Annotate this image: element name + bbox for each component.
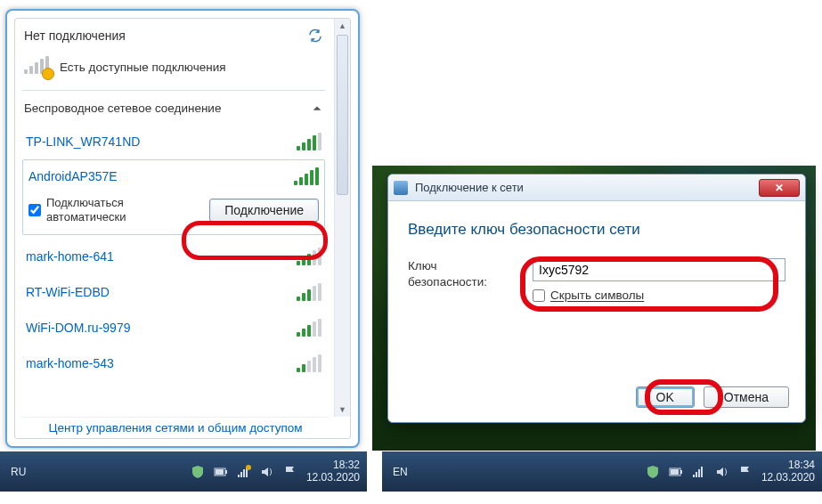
taskbar: RU 18:32 12.03.2020 [0, 451, 367, 492]
signal-strength-icon [297, 283, 321, 301]
signal-strength-icon [297, 354, 321, 372]
key-label: Ключ [408, 259, 437, 272]
network-item[interactable]: TP-LINK_WR741ND [22, 124, 325, 159]
network-tray-icon[interactable] [237, 465, 251, 479]
network-flyout-inner: Нет подключения Есть доступные подключен… [14, 18, 351, 439]
svg-rect-9 [680, 470, 682, 474]
signal-strength-icon [297, 248, 321, 265]
svg-rect-5 [243, 469, 245, 477]
svg-rect-2 [216, 469, 224, 475]
signal-warning-icon [24, 56, 51, 77]
scroll-down-icon[interactable]: ▼ [335, 402, 350, 417]
network-item[interactable]: mark-home-543 [22, 345, 325, 381]
scrollbar[interactable]: ▲ ▼ [334, 19, 350, 417]
svg-rect-11 [693, 475, 695, 477]
battery-icon[interactable] [669, 465, 683, 479]
network-name: TP-LINK_WR741ND [26, 134, 140, 149]
available-connections-text: Есть доступные подключения [60, 61, 226, 74]
network-name: WiFi-DOM.ru-9979 [26, 321, 130, 335]
auto-connect-label: автоматически [46, 210, 126, 224]
signal-strength-icon [297, 133, 321, 150]
auto-connect-checkbox[interactable] [28, 204, 41, 216]
network-flyout: Нет подключения Есть доступные подключен… [5, 9, 360, 448]
dialog-titlebar: Подключение к сети ✕ [388, 175, 805, 201]
taskbar: EN 18:34 12.03.2020 [382, 451, 822, 492]
svg-rect-3 [238, 475, 240, 477]
network-scroll-area: Нет подключения Есть доступные подключен… [15, 19, 332, 417]
shield-icon[interactable] [191, 465, 205, 479]
flyout-title: Нет подключения [24, 28, 126, 43]
dialog-heading: Введите ключ безопасности сети [408, 217, 785, 258]
tray-icons [646, 465, 753, 479]
tray-icons [191, 465, 297, 479]
svg-rect-1 [225, 470, 227, 474]
connect-dialog: Подключение к сети ✕ Введите ключ безопа… [387, 174, 806, 423]
svg-rect-12 [696, 472, 697, 477]
signal-strength-icon [294, 167, 319, 185]
network-name: AndroidAP357E [28, 169, 118, 183]
network-item-selected[interactable]: AndroidAP357E Подключаться автоматически… [22, 159, 325, 235]
dialog-title: Подключение к сети [415, 181, 524, 194]
network-name: mark-home-641 [26, 249, 114, 264]
chevron-up-icon[interactable] [311, 102, 323, 115]
close-button[interactable]: ✕ [759, 179, 800, 197]
language-indicator[interactable]: RU [7, 465, 29, 479]
connect-button[interactable]: Подключение [209, 199, 319, 222]
svg-rect-4 [240, 472, 242, 477]
app-icon [394, 181, 408, 195]
network-tray-icon[interactable] [692, 465, 706, 479]
svg-rect-10 [671, 469, 679, 475]
network-name: mark-home-543 [26, 356, 114, 370]
hide-characters-checkbox[interactable] [533, 289, 545, 302]
taskbar-clock[interactable]: 18:32 12.03.2020 [306, 459, 360, 484]
network-item[interactable]: mark-home-641 [22, 239, 325, 274]
shield-icon[interactable] [646, 465, 660, 479]
cancel-button[interactable]: Отмена [704, 386, 789, 408]
network-item[interactable]: WiFi-DOM.ru-9979 [22, 310, 325, 345]
signal-strength-icon [297, 319, 321, 337]
taskbar-date: 12.03.2020 [306, 472, 360, 484]
flag-icon[interactable] [283, 465, 297, 479]
scroll-thumb[interactable] [337, 35, 348, 195]
refresh-icon[interactable] [307, 28, 323, 44]
separator [22, 90, 325, 91]
close-icon: ✕ [775, 182, 784, 194]
ok-button[interactable]: OK [636, 386, 695, 408]
key-label: безопасности: [408, 275, 487, 289]
language-indicator[interactable]: EN [389, 465, 411, 479]
network-item[interactable]: RT-WiFi-EDBD [22, 274, 325, 310]
security-key-input[interactable] [533, 258, 785, 281]
svg-rect-13 [698, 469, 700, 477]
flag-icon[interactable] [738, 465, 753, 479]
wireless-section-title: Беспроводное сетевое соединение [24, 102, 221, 115]
taskbar-date: 12.03.2020 [761, 472, 815, 484]
hide-characters-label: Скрыть символы [550, 289, 644, 302]
battery-icon[interactable] [214, 465, 228, 479]
svg-point-7 [246, 465, 251, 470]
network-center-link[interactable]: Центр управления сетями и общим доступом [22, 417, 329, 435]
network-name: RT-WiFi-EDBD [26, 285, 110, 299]
taskbar-time: 18:34 [761, 459, 815, 472]
taskbar-time: 18:32 [306, 459, 360, 472]
auto-connect-label: Подключаться [46, 196, 126, 210]
volume-icon[interactable] [260, 465, 274, 479]
scroll-up-icon[interactable]: ▲ [335, 19, 350, 33]
svg-rect-14 [701, 467, 703, 477]
taskbar-clock[interactable]: 18:34 12.03.2020 [761, 459, 815, 484]
volume-icon[interactable] [715, 465, 729, 479]
